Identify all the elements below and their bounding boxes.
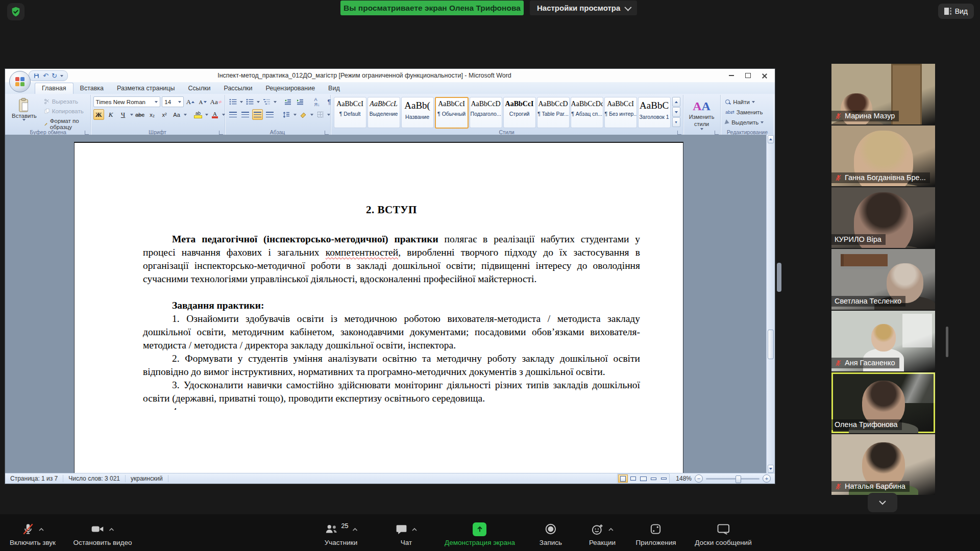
qat-customize-icon[interactable] xyxy=(60,75,63,77)
minimize-button[interactable] xyxy=(724,70,739,81)
fullscreen-view-button[interactable] xyxy=(628,474,638,483)
font-dialog-launcher[interactable] xyxy=(219,131,223,135)
zoom-slider[interactable] xyxy=(706,478,760,480)
numbering-button[interactable] xyxy=(244,96,255,107)
participant-tile-Светлана Тесленко[interactable]: Светлана Тесленко xyxy=(831,249,935,310)
change-styles-dialog-launcher[interactable] xyxy=(715,131,719,135)
status-word-count[interactable]: Число слов: 3 021 xyxy=(63,475,126,482)
office-button[interactable] xyxy=(9,71,31,92)
bullets-button[interactable] xyxy=(228,96,238,107)
status-page-count[interactable]: Страница: 1 из 7 xyxy=(5,475,63,482)
stop-video-chevron[interactable] xyxy=(108,524,114,534)
change-styles-button[interactable]: AA Изменить стили xyxy=(686,96,718,130)
style-¶ Абзац сп...[interactable]: AaBbCcDd¶ Абзац сп... xyxy=(571,97,603,128)
tab-Главная[interactable]: Главная xyxy=(35,83,74,94)
borders-button[interactable] xyxy=(315,109,326,120)
style-¶ Table Par...[interactable]: AaBbCcD¶ Table Par... xyxy=(537,97,570,128)
reactions-chevron[interactable] xyxy=(608,524,614,534)
scrollbar-thumb[interactable] xyxy=(768,330,774,359)
highlight-dropdown-icon[interactable] xyxy=(205,114,208,116)
decrease-indent-button[interactable] xyxy=(283,96,293,107)
tab-Вид[interactable]: Вид xyxy=(322,83,347,94)
word-vertical-scrollbar[interactable] xyxy=(766,135,775,473)
sort-button[interactable]: АЯ↓ xyxy=(312,96,323,107)
align-right-button[interactable] xyxy=(252,109,263,120)
chevron-up-icon[interactable] xyxy=(352,528,358,532)
subscript-button[interactable]: x₂ xyxy=(147,109,158,120)
style-Выделение[interactable]: AaBbCcLВыделение xyxy=(368,97,400,128)
status-language[interactable]: украинский xyxy=(126,475,168,482)
zoom-in-button[interactable]: + xyxy=(763,474,771,483)
cut-button[interactable]: Вырезать xyxy=(42,97,88,106)
font-family-select[interactable]: Times New Roman xyxy=(93,96,161,107)
multilevel-list-button[interactable] xyxy=(261,96,272,107)
chevron-up-icon[interactable] xyxy=(38,528,44,532)
toolbar-whiteboard-button[interactable]: Доски сообщений xyxy=(695,521,751,546)
find-button[interactable]: Найти xyxy=(723,98,771,106)
zoom-level-value[interactable]: 148% xyxy=(676,475,692,482)
view-options-button[interactable]: Настройки просмотра xyxy=(530,1,637,15)
superscript-button[interactable]: x² xyxy=(159,109,170,120)
replace-button[interactable]: ab⇄Заменить xyxy=(723,108,771,116)
participant-tile-Наталья Барбина[interactable]: Наталья Барбина xyxy=(831,434,935,495)
style-Подзаголо...[interactable]: AaBbCcDПодзаголо... xyxy=(470,97,502,128)
font-size-select[interactable]: 14 xyxy=(162,96,183,107)
styles-dialog-launcher[interactable] xyxy=(677,131,681,135)
paste-button[interactable]: Вставить xyxy=(9,96,40,131)
increase-indent-button[interactable] xyxy=(295,96,306,107)
style-¶ Без интер...[interactable]: AaBbCcI¶ Без интер... xyxy=(604,97,637,128)
toolbar-stop-video-button[interactable]: Остановить видео xyxy=(73,521,132,546)
toolbar-share-screen-button[interactable]: Демонстрация экрана xyxy=(445,521,515,546)
style-¶ Default[interactable]: AaBbCcI¶ Default xyxy=(334,97,366,128)
scroll-up-arrow[interactable] xyxy=(768,135,774,143)
bold-button[interactable]: Ж xyxy=(93,109,104,120)
underline-dropdown-icon[interactable] xyxy=(130,114,133,116)
strikethrough-button[interactable]: abc xyxy=(135,109,145,120)
zoom-out-button[interactable]: − xyxy=(695,474,703,483)
chevron-up-icon[interactable] xyxy=(108,528,114,532)
shrink-font-button[interactable]: A xyxy=(198,96,208,107)
participants-chevron[interactable] xyxy=(352,524,358,534)
participant-tile-Олена Трифонова[interactable]: Олена Трифонова xyxy=(831,372,935,433)
select-button[interactable]: Выделить xyxy=(723,118,771,127)
undo-icon[interactable]: ↶ xyxy=(43,72,48,80)
shading-button[interactable] xyxy=(298,109,309,120)
change-case-button[interactable]: Aa xyxy=(172,109,182,120)
change-case-dropdown-icon[interactable] xyxy=(184,114,187,116)
scroll-down-arrow[interactable] xyxy=(768,465,774,473)
participant-tile-КУРИЛО Віра[interactable]: КУРИЛО Віра xyxy=(831,187,935,248)
justify-button[interactable] xyxy=(264,109,275,120)
font-color-button[interactable]: А xyxy=(210,109,220,120)
participants-scrollbar[interactable] xyxy=(946,327,948,357)
participant-tile-Аня Гасаненко[interactable]: Аня Гасаненко xyxy=(831,311,935,371)
draft-view-button[interactable] xyxy=(659,474,669,483)
styles-scroll-up[interactable] xyxy=(672,97,680,107)
tab-Разметка страницы[interactable]: Разметка страницы xyxy=(110,83,181,94)
toolbar-reactions-button[interactable]: Реакции xyxy=(589,521,616,546)
styles-more-button[interactable]: ▾ xyxy=(672,117,680,127)
chevron-up-icon[interactable] xyxy=(411,528,418,532)
security-shield-button[interactable] xyxy=(7,3,24,20)
toolbar-unmute-button[interactable]: Включить звук xyxy=(10,521,56,546)
italic-button[interactable]: К xyxy=(106,109,116,120)
style-Название[interactable]: AaBb(Название xyxy=(401,97,434,128)
participant-tile-Марина Мазур[interactable]: Марина Мазур xyxy=(831,64,935,124)
line-spacing-button[interactable] xyxy=(281,109,292,120)
web-layout-view-button[interactable] xyxy=(639,474,648,483)
highlight-button[interactable]: ab xyxy=(193,109,204,120)
restore-button[interactable] xyxy=(740,70,755,81)
clipboard-dialog-launcher[interactable] xyxy=(85,131,89,135)
outline-view-button[interactable] xyxy=(649,474,658,483)
zoom-slider-thumb[interactable] xyxy=(736,475,741,483)
quick-access-toolbar[interactable]: ↶ ↻ xyxy=(29,70,68,81)
save-icon[interactable] xyxy=(33,72,40,79)
word-title-bar[interactable]: ↶ ↻ Інспект-метод_практика_012ДО_магістр… xyxy=(5,69,775,83)
toolbar-apps-button[interactable]: Приложения xyxy=(636,521,676,546)
print-layout-view-button[interactable] xyxy=(618,474,628,483)
toolbar-record-button[interactable]: Запись xyxy=(540,521,562,546)
underline-button[interactable]: Ч xyxy=(118,109,129,120)
participants-scroll-down-button[interactable] xyxy=(868,493,897,512)
tab-Ссылки[interactable]: Ссылки xyxy=(181,83,217,94)
copy-button[interactable]: Копировать xyxy=(42,107,88,115)
align-center-button[interactable] xyxy=(240,109,251,120)
